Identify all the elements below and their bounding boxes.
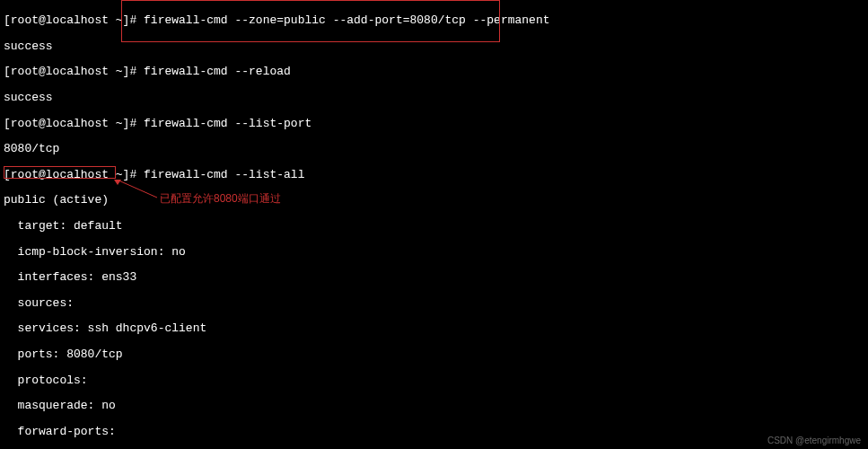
prompt: [root@localhost ~]# bbox=[4, 13, 144, 27]
output-text: interfaces: ens33 bbox=[4, 271, 864, 284]
output-text: target: default bbox=[4, 220, 864, 233]
watermark-text: CSDN @etengirmhgwe bbox=[767, 436, 861, 445]
output-text: protocols: bbox=[4, 374, 864, 387]
output-text: services: ssh dhcpv6-client bbox=[4, 322, 864, 335]
command-text: firewall-cmd --reload bbox=[144, 65, 291, 78]
prompt: [root@localhost ~]# bbox=[4, 117, 144, 130]
output-text: sources: bbox=[4, 297, 864, 310]
output-text: success bbox=[4, 92, 864, 104]
terminal-output[interactable]: [root@localhost ~]# firewall-cmd --zone=… bbox=[4, 2, 864, 449]
prompt: [root@localhost ~]# bbox=[4, 65, 144, 78]
output-text: 8080/tcp bbox=[4, 143, 864, 155]
output-text: public (active) bbox=[4, 194, 864, 207]
output-text: masquerade: no bbox=[4, 400, 864, 412]
command-text: firewall-cmd --list-port bbox=[144, 117, 311, 130]
output-text: icmp-block-inversion: no bbox=[4, 246, 864, 259]
output-text: success bbox=[4, 40, 864, 53]
output-text: forward-ports: bbox=[4, 426, 864, 438]
output-text: ports: 8080/tcp bbox=[4, 348, 864, 361]
prompt: [root@localhost ~]# bbox=[4, 168, 144, 181]
command-text: firewall-cmd --list-all bbox=[144, 168, 304, 181]
command-text: firewall-cmd --zone=public --add-port=80… bbox=[144, 13, 549, 27]
